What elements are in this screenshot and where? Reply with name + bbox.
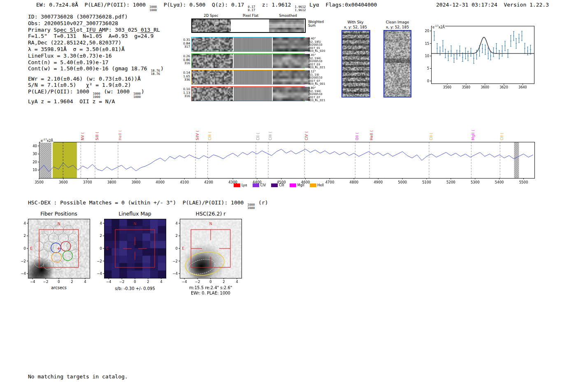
legend-label: HeII [318,183,324,187]
fiber-positions-plot [16,216,93,285]
text-segment: LineFlux = 3.30(±0.73)e-16 [28,53,112,59]
catalog-footer-note: No matching targets in catalog. Row inte… [28,360,128,392]
text-segment: ) [160,65,164,72]
spec2d-row-left-values: 0.260.86316 [182,55,190,65]
spectral-line-label: HeII ( [369,130,374,140]
clean-image [383,30,411,97]
info-line: S/N = 7.1(±0.5) χ² = 1.9(±0.2) [28,82,164,88]
unit-suffix: x2Å [439,26,445,29]
text-segment: LyA z = 1.9604 OII z = N/A [28,98,115,104]
stacked-fraction: 0.170.17 [248,5,255,12]
stacked-fraction: 10001000 [93,92,100,98]
spec2d-header-smoothed: Smoothed [279,14,297,18]
weighted-sum-label: Weighted Sum [308,20,324,28]
text-segment: ID: 3007736028 (3007736028.pdf) [28,14,128,20]
spec2d-row-left-values: 0.141.65336 [182,71,190,82]
info-line: P(LAE)/P(OII): 1000 10001000 (w: 1000 10… [28,88,164,98]
spectral-line-label: MgII ( [471,130,475,140]
stacked-fraction: 18.7618.76 [151,69,160,75]
legend-label: MgII [297,183,304,187]
weighted-sum-label-1: Weighted [308,20,324,24]
legend-swatch [271,183,278,187]
text-segment: HSC-DEX : Possible Matches = 0 (within +… [28,199,247,206]
spec2d-flat-image [234,70,272,84]
info-line: λ = 3598.91Å σ = 3.50(±0.81)Å [28,46,164,53]
fiber-xlabel: arcsecs [51,285,67,290]
text-segment: (w: 1000 [101,88,133,95]
info-line: LineFlux = 3.30(±0.73)e-16 [28,53,164,59]
spectral-line-label: CIII ( [208,132,212,140]
spec2d-spec-image [192,37,233,51]
main-unit-label: e-17x2Å [40,138,53,143]
legend-label: CIII [279,183,284,187]
legend-label: CIV [260,183,266,187]
spec2d-row: 0.260.863161.45"(52, 194)20200510v027_03… [182,53,339,69]
weighted-smoothed-image [269,19,304,32]
legend-label: Lyα [242,183,247,187]
unit-exponent: -17 [434,24,439,27]
weighted-pixelflat-blank [231,19,269,32]
info-line: Obs: 20200510v027_3007736028 [28,20,164,27]
spectral-line-label: CII ( [429,133,433,140]
spec2d-header-2dspec: 2D Spec [204,14,218,18]
spectral-line-label: NV ( [81,132,85,140]
timestamp: 2024-12-31 03:17:24 [436,2,497,8]
text-segment: EW: 0.7±24.8Å P(LAE)/P(OII): 1000 [36,2,149,8]
spectral-line-label: CII ( [256,133,260,140]
spec2d-smooth-image [273,54,309,68]
spec2d-flat-image [234,54,272,68]
with-sky-image [341,30,370,97]
stacked-fraction: 10001000 [149,5,157,12]
spec2d-row-strip [191,70,305,85]
legend-item: Lyα [234,183,247,187]
spec2d-flat-image [234,37,272,51]
spec2d-row-strip [191,86,305,101]
stacked-fraction: 10001000 [133,92,141,98]
spectral-line-label: CII ( [500,133,504,140]
spec2d-row: 0.101.133161.80"(52, 194)20200510v027_07… [182,86,339,102]
spec2d-row-annotation: 0.40"(52, 185)20200510v027_01303_RL_020 [308,37,325,53]
clean-image-subtitle: x, y: 52, 185 [386,25,409,29]
text-segment: P(Lyα): 0.500 Q(z): 0.17 [157,2,247,8]
spectral-line-label: OII ( [355,132,359,140]
spectrum-legend: LyαCIVCIIIMgIIHeII [234,183,324,187]
text-segment: ) [141,88,144,95]
spec2d-smooth-image [273,37,309,51]
spectral-line-label: CIV ( [304,131,309,140]
spec2d-row: 0.141.653361.12"(51, 19)20200510v027_073… [182,70,339,85]
info-line: EWr = 2.10(±0.46) (w: 0.73(±0.16))Å [28,76,164,82]
spec2d-row-annotation: 1.12"(51, 19)20200510v027_07303_RL_001 [308,70,325,86]
text-segment: S/N = 7.1(±0.5) χ² = 1.9(±0.2) [28,82,131,88]
info-line: F=1.5" T=0.131 N=1.05 A=0.93 g=24.9 [28,33,164,39]
legend-item: MgII [290,183,304,187]
spec2d-row-annotation: 1.80"(52, 194)20200510v027_07303_RL_021 [308,87,325,102]
info-line: RA,Dec (222.851242,50.820377) [28,39,164,46]
text-segment: (r) [255,199,268,206]
text-segment: Obs: 20200510v027_3007736028 [28,20,118,26]
legend-swatch [310,183,316,187]
elixer-report-page: EW: 0.7±24.8Å P(LAE)/P(OII): 1000 100010… [0,0,576,392]
text-segment: F=1.5" T= [28,33,60,39]
lineflux-xlabel: s/b: -0.30 +/- 0.095 [115,286,155,291]
text-segment: z: 1.9612 [255,2,294,8]
info-line: LyA z = 1.9604 OII z = N/A [28,98,164,105]
clean-image-title: Clean Image [386,20,409,24]
text-segment: Primary Spec_Slot_IFU_AMP: 303_025_013_R… [28,27,160,33]
text-segment: RA,Dec (222.851242,50.820377) [28,39,121,46]
footer-line-1: No matching targets in catalog. [28,373,128,380]
overline-value: 24.9 [141,33,153,39]
spec2d-row-strip [191,37,305,52]
spec2d-row-left-values: 0.310.84317 [182,38,190,49]
spec2d-spec-image [192,54,233,68]
hsc-xlabel-2: EWr: 0. PLAE: 1000 [191,291,230,295]
summary-header-line: EW: 0.7±24.8Å P(LAE)/P(OII): 1000 100010… [36,2,377,12]
overline-value: 1.05 [89,33,102,39]
info-line: Cont(w) = 1.50(±0.00)e-16 (gmag 18.76 18… [28,65,164,75]
spec2d-smooth-image [273,70,309,84]
spec2d-spec-image [192,70,233,84]
legend-item: CIV [253,183,266,187]
spec2d-row: 0.310.843170.40"(52, 185)20200510v027_01… [182,37,339,52]
spec2d-row-strip [191,53,305,68]
unit-exponent: -17 [43,138,47,141]
with-sky-title: With Sky [347,20,363,24]
